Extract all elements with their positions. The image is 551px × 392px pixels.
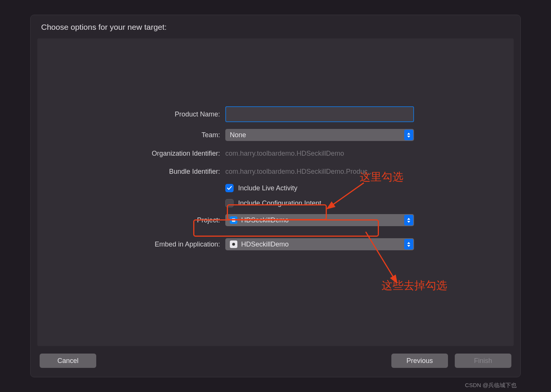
team-dropdown[interactable]: None — [225, 129, 414, 141]
product-name-input[interactable] — [225, 106, 414, 122]
watermark: CSDN @兵临城下也 — [465, 382, 517, 389]
live-activity-row: Include Live Activity — [37, 184, 514, 192]
dialog-title: Choose options for your new target: — [31, 15, 520, 38]
embed-value: HDSeckillDemo — [241, 240, 289, 248]
product-name-row: Product Name: — [37, 106, 514, 122]
bundle-id-value: com.harry.toolbardemo.HDSeckillDemo.Prod… — [225, 166, 410, 177]
button-bar: Cancel Previous Finish — [31, 346, 520, 377]
finish-button[interactable]: Finish — [455, 354, 511, 368]
team-label: Team: — [37, 131, 225, 139]
embed-label: Embed in Application: — [37, 240, 225, 248]
app-target-icon — [230, 240, 237, 248]
cancel-button[interactable]: Cancel — [40, 354, 96, 368]
config-intent-checkbox[interactable] — [225, 199, 234, 207]
dropdown-arrows-icon — [404, 215, 413, 225]
new-target-options-dialog: Choose options for your new target: Prod… — [30, 15, 521, 377]
live-activity-label: Include Live Activity — [238, 184, 297, 192]
live-activity-checkbox[interactable] — [225, 184, 234, 192]
org-id-value: com.harry.toolbardemo.HDSeckillDemo — [225, 148, 410, 159]
config-intent-label: Include Configuration Intent — [238, 199, 321, 207]
bundle-id-row: Bundle Identifier: com.harry.toolbardemo… — [37, 166, 514, 177]
project-value: HDSeckillDemo — [241, 216, 289, 224]
xcode-project-icon — [230, 216, 237, 224]
embed-dropdown[interactable]: HDSeckillDemo — [225, 238, 414, 250]
form-panel: Product Name: Team: None Organization Id… — [37, 38, 514, 346]
project-label: Project: — [37, 216, 225, 224]
annotation-uncheck-these: 这些去掉勾选 — [382, 278, 447, 293]
org-id-row: Organization Identifier: com.harry.toolb… — [37, 148, 514, 159]
org-id-label: Organization Identifier: — [37, 150, 225, 158]
project-dropdown[interactable]: HDSeckillDemo — [225, 214, 414, 226]
previous-button[interactable]: Previous — [391, 354, 448, 368]
embed-row: Embed in Application: HDSeckillDemo — [37, 238, 514, 250]
bundle-id-label: Bundle Identifier: — [37, 168, 225, 176]
checkmark-icon — [227, 185, 232, 191]
team-value: None — [230, 131, 246, 139]
svg-point-1 — [232, 243, 235, 246]
project-row: Project: HDSeckillDemo — [37, 214, 514, 226]
config-intent-row: Include Configuration Intent — [37, 199, 514, 207]
dropdown-arrows-icon — [404, 239, 413, 250]
product-name-label: Product Name: — [37, 110, 225, 118]
team-row: Team: None — [37, 129, 514, 141]
svg-rect-0 — [232, 219, 235, 222]
dropdown-arrows-icon — [404, 130, 413, 140]
